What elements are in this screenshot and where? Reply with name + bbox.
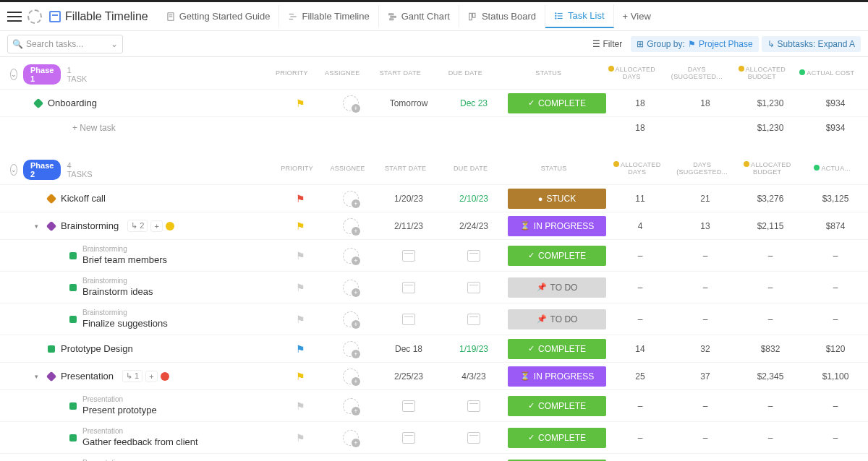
col-due[interactable]: DUE DATE (433, 69, 498, 77)
add-subtask-button[interactable]: + (145, 371, 157, 382)
alloc-budget[interactable]: $1,230 (738, 98, 803, 108)
due-date[interactable] (441, 282, 506, 293)
tab-task-list[interactable]: Task List (545, 4, 614, 28)
alloc-budget[interactable]: – (738, 251, 803, 261)
date-placeholder[interactable] (402, 400, 415, 412)
assignee-placeholder[interactable] (343, 280, 359, 296)
due-date[interactable]: 2/24/23 (441, 221, 506, 231)
priority-flag-icon[interactable]: ⚑ (296, 343, 305, 355)
alloc-days[interactable]: – (608, 314, 673, 324)
actual-cost[interactable]: $1,100 (803, 371, 868, 382)
col-alloc-budget[interactable]: ALLOCATED BUDGET (735, 161, 800, 176)
tab-getting-started[interactable]: Getting Started Guide (157, 5, 280, 27)
sugg-days[interactable]: 21 (673, 194, 738, 204)
priority-flag-icon[interactable]: ⚑ (296, 400, 305, 412)
assignee-placeholder[interactable] (343, 95, 359, 111)
assignee-placeholder[interactable] (343, 311, 359, 327)
sugg-days[interactable]: 18 (673, 98, 738, 108)
actual-cost[interactable]: – (803, 433, 868, 443)
sugg-days[interactable]: – (673, 251, 738, 261)
col-due[interactable]: DUE DATE (438, 165, 503, 172)
due-date[interactable]: Dec 23 (441, 98, 506, 108)
alloc-budget[interactable]: $2,345 (738, 371, 803, 382)
alloc-days[interactable]: 18 (608, 98, 673, 108)
task-row[interactable]: Brainstorming Brief team members ⚑ ✓COMP… (0, 239, 868, 271)
task-row[interactable]: ▾ Presentation ↳ 1+ ⚑ 2/25/23 4/3/23 ⏳IN… (0, 362, 868, 389)
status-badge[interactable]: 📌TO DO (508, 309, 606, 329)
status-badge[interactable]: ✓COMPLETE (508, 339, 606, 359)
new-task-button[interactable]: + New task (29, 117, 275, 139)
col-status[interactable]: STATUS (503, 165, 605, 172)
alloc-days[interactable]: – (608, 251, 673, 261)
assignee-placeholder[interactable] (343, 430, 359, 446)
tab-gantt[interactable]: Gantt Chart (379, 5, 459, 27)
filter-button[interactable]: ☰Filter (587, 36, 629, 52)
assignee-placeholder[interactable] (343, 218, 359, 234)
alloc-budget[interactable]: $832 (738, 344, 803, 354)
status-badge[interactable]: ✓COMPLETE (508, 428, 606, 448)
sugg-days[interactable]: 37 (673, 371, 738, 382)
alloc-days[interactable]: 4 (608, 221, 673, 231)
due-date[interactable]: 4/3/23 (441, 371, 506, 382)
date-placeholder[interactable] (467, 250, 480, 262)
status-badge[interactable]: ⏳IN PROGRESS (508, 216, 606, 236)
col-actual-cost[interactable]: ACTUA... (800, 165, 865, 172)
due-date[interactable]: 2/10/23 (441, 194, 506, 204)
task-row[interactable]: Prototype Design ⚑ Dec 18 1/19/23 ✓COMPL… (0, 335, 868, 362)
due-date[interactable]: 1/19/23 (441, 344, 506, 354)
date-placeholder[interactable] (402, 282, 415, 293)
search-input[interactable]: 🔍 Search tasks... ⌄ (7, 35, 123, 53)
add-subtask-button[interactable]: + (150, 220, 162, 232)
col-status[interactable]: STATUS (498, 69, 599, 77)
date-placeholder[interactable] (467, 282, 480, 293)
col-sugg-days[interactable]: DAYS (SUGGESTED... (664, 66, 729, 80)
actual-cost[interactable]: $120 (803, 344, 868, 354)
status-badge[interactable]: 📌TO DO (508, 277, 606, 298)
alloc-days[interactable]: 25 (608, 371, 673, 382)
date-placeholder[interactable] (467, 314, 480, 325)
status-badge[interactable]: ⏳IN PROGRESS (508, 366, 606, 387)
sugg-days[interactable]: 32 (673, 344, 738, 354)
task-row[interactable]: ▾ Brainstorming ↳ 2+ ⚑ 2/11/23 2/24/23 ⏳… (0, 212, 868, 239)
col-alloc-days[interactable]: ALLOCATED DAYS (605, 161, 670, 176)
expand-toggle[interactable]: ▾ (35, 373, 42, 380)
menu-icon[interactable] (7, 12, 22, 22)
priority-flag-icon[interactable]: ⚑ (296, 220, 305, 232)
assignee-placeholder[interactable] (343, 369, 359, 384)
date-placeholder[interactable] (402, 250, 415, 262)
sugg-days[interactable]: 13 (673, 221, 738, 231)
collapse-toggle[interactable]: ⌄ (10, 69, 17, 80)
start-date[interactable]: 2/11/23 (376, 221, 441, 231)
actual-cost[interactable]: $934 (803, 98, 868, 108)
sugg-days[interactable]: – (673, 314, 738, 324)
due-date[interactable] (441, 250, 506, 262)
subtask-count[interactable]: ↳ 1 (122, 370, 142, 382)
priority-flag-icon[interactable]: ⚑ (296, 314, 305, 325)
alloc-budget[interactable]: – (738, 433, 803, 443)
start-date[interactable] (376, 250, 441, 262)
status-badge[interactable]: ✓COMPLETE (508, 93, 606, 113)
start-date[interactable]: Tomorrow (376, 98, 441, 108)
col-sugg-days[interactable]: DAYS (SUGGESTED... (670, 161, 735, 176)
start-date[interactable] (376, 314, 441, 325)
col-priority[interactable]: PRIORITY (272, 165, 323, 172)
actual-cost[interactable]: – (803, 314, 868, 324)
col-start[interactable]: START DATE (367, 69, 433, 77)
task-row[interactable]: Presentation Gather feedback from client… (0, 421, 868, 453)
priority-flag-icon[interactable]: ⚑ (296, 250, 305, 262)
alloc-days[interactable]: – (608, 401, 673, 411)
start-date[interactable] (376, 400, 441, 412)
subtask-count[interactable]: ↳ 2 (127, 220, 148, 232)
col-alloc-days[interactable]: ALLOCATED DAYS (599, 66, 664, 80)
actual-cost[interactable]: – (803, 401, 868, 411)
col-assignee[interactable]: ASSIGNEE (317, 69, 367, 77)
priority-flag-icon[interactable]: ⚑ (296, 432, 305, 444)
start-date[interactable] (376, 432, 441, 444)
alloc-days[interactable]: 14 (608, 344, 673, 354)
alloc-budget[interactable]: – (738, 283, 803, 293)
col-assignee[interactable]: ASSIGNEE (323, 165, 373, 172)
phase-badge[interactable]: Phase 2 (23, 160, 61, 180)
start-date[interactable]: Dec 18 (376, 344, 441, 354)
col-alloc-budget[interactable]: ALLOCATED BUDGET (729, 66, 794, 80)
alloc-budget[interactable]: – (738, 401, 803, 411)
